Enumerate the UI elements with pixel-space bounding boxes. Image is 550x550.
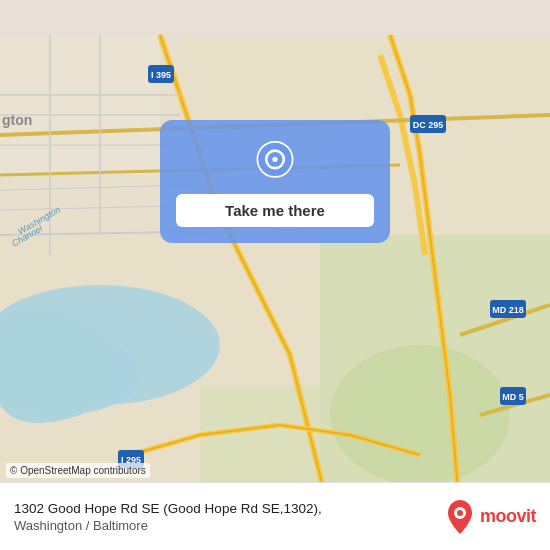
svg-text:I 395: I 395 [151, 70, 171, 80]
moovit-pin-icon [444, 498, 476, 536]
svg-text:MD 218: MD 218 [492, 305, 524, 315]
moovit-brand-text: moovit [480, 506, 536, 527]
svg-text:gton: gton [2, 112, 32, 128]
svg-text:MD 5: MD 5 [502, 392, 524, 402]
take-me-there-button[interactable]: Take me there [176, 194, 374, 227]
svg-point-31 [272, 157, 277, 162]
bottom-bar: 1302 Good Hope Rd SE (Good Hope Rd SE,13… [0, 482, 550, 550]
address-line2: Washington / Baltimore [14, 518, 434, 533]
svg-rect-8 [0, 35, 160, 175]
osm-credit-text: © OpenStreetMap contributors [10, 465, 146, 476]
osm-credit: © OpenStreetMap contributors [6, 463, 150, 478]
svg-text:DC 295: DC 295 [413, 120, 444, 130]
map-container: I 395 I 295 DC 295 MD 218 MD 5 Washingto… [0, 0, 550, 550]
address-line1: 1302 Good Hope Rd SE (Good Hope Rd SE,13… [14, 500, 434, 519]
location-card: Take me there [160, 120, 390, 243]
moovit-logo: moovit [444, 498, 536, 536]
location-pin-icon [253, 140, 297, 184]
svg-point-33 [457, 510, 463, 516]
address-block: 1302 Good Hope Rd SE (Good Hope Rd SE,13… [14, 500, 434, 534]
